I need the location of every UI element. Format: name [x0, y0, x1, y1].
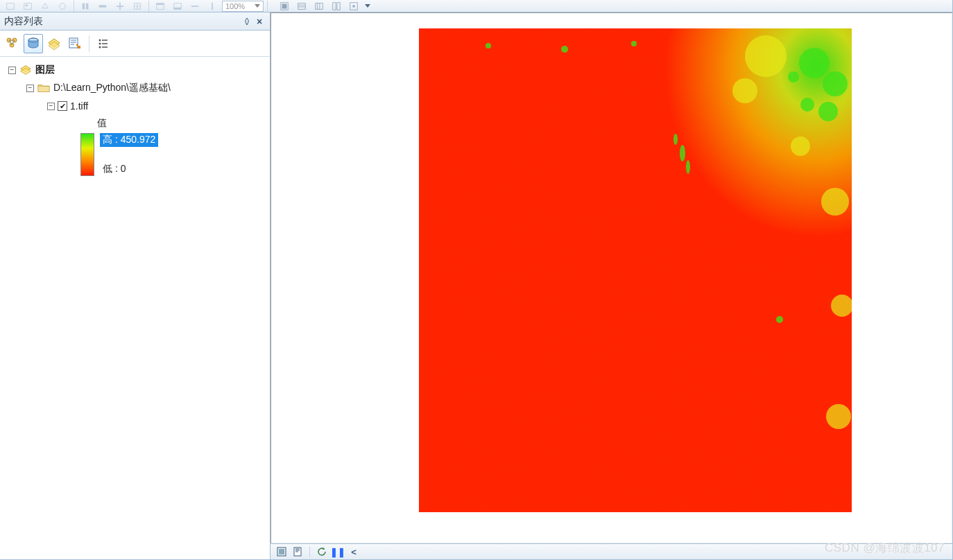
toolbar-btn[interactable] [311, 1, 327, 12]
svg-rect-25 [69, 38, 78, 48]
layout-view-icon[interactable] [291, 545, 304, 558]
toolbar-btn[interactable] [3, 1, 18, 12]
svg-rect-13 [282, 3, 287, 8]
svg-point-48 [821, 188, 849, 216]
list-by-drawing-order-icon[interactable] [3, 34, 22, 53]
svg-point-34 [823, 71, 848, 96]
layers-icon [19, 63, 33, 77]
svg-rect-17 [337, 2, 340, 10]
svg-rect-16 [333, 2, 336, 10]
toolbar-btn[interactable] [112, 1, 128, 12]
refresh-icon[interactable] [315, 545, 329, 558]
collapse-icon[interactable] [8, 67, 16, 74]
toolbar-btn[interactable] [205, 1, 220, 12]
svg-point-44 [631, 41, 637, 46]
tree-folder-label: D:\Learn_Python\遥感基础\ [53, 82, 171, 94]
tree-folder-row[interactable]: D:\Learn_Python\遥感基础\ [3, 79, 267, 97]
toc-panel: 内容列表 × [0, 12, 271, 559]
svg-point-40 [673, 134, 678, 145]
toolbar-btn[interactable] [20, 1, 35, 12]
collapse-icon[interactable] [47, 103, 55, 110]
value-heading: 值 [97, 117, 107, 130]
toolbar-separator [267, 1, 268, 12]
svg-rect-32 [419, 28, 852, 512]
svg-point-50 [826, 404, 851, 429]
raster-display [419, 28, 852, 512]
svg-rect-2 [26, 4, 28, 6]
zoom-value: 100% [225, 2, 245, 10]
map-panel: ❚❚ < [271, 12, 952, 559]
svg-rect-52 [279, 549, 284, 554]
data-view-icon[interactable] [275, 545, 289, 558]
bottom-toolbar: ❚❚ < [271, 543, 952, 559]
high-value-label[interactable]: 高 : 450.972 [100, 133, 158, 147]
svg-point-36 [800, 98, 814, 112]
chevron-down-icon [255, 4, 260, 8]
back-icon[interactable]: < [347, 545, 361, 558]
svg-rect-9 [157, 3, 164, 5]
svg-point-47 [791, 137, 810, 156]
svg-rect-11 [174, 7, 182, 9]
svg-point-27 [99, 42, 101, 44]
toolbar-btn[interactable] [37, 1, 53, 12]
top-toolbar: 100% [0, 0, 952, 12]
layer-visibility-checkbox[interactable] [58, 101, 67, 111]
toc-header: 内容列表 × [0, 12, 270, 30]
svg-point-39 [686, 160, 690, 174]
tree-layer-row[interactable]: 1.tiff [3, 97, 267, 115]
tree-root-row[interactable]: 图层 [3, 61, 267, 79]
map-view[interactable] [271, 12, 952, 543]
toolbar-btn[interactable] [329, 1, 344, 12]
toolbar-btn[interactable] [346, 1, 361, 12]
svg-point-42 [561, 46, 568, 53]
color-ramp-legend: 高 : 450.972 低 : 0 [3, 133, 267, 176]
chevron-down-icon[interactable] [365, 4, 370, 8]
toolbar-btn[interactable] [153, 1, 168, 12]
toolbar-btn[interactable] [294, 1, 309, 12]
zoom-combo[interactable]: 100% [222, 1, 264, 12]
toc-options-icon[interactable] [94, 34, 113, 53]
toc-toolbar [0, 30, 270, 57]
svg-rect-6 [99, 5, 107, 8]
svg-point-37 [788, 71, 799, 82]
toolbar-btn[interactable] [130, 1, 145, 12]
folder-icon [37, 82, 51, 94]
list-by-selection-icon[interactable] [65, 34, 85, 53]
toc-title: 内容列表 [4, 15, 241, 28]
toolbar-separator [309, 546, 310, 557]
toolbar-btn[interactable] [277, 1, 292, 12]
color-ramp-icon [80, 133, 94, 176]
svg-rect-14 [298, 3, 306, 9]
svg-point-33 [799, 48, 830, 78]
toc-tree: 图层 D:\Learn_Python\遥感基础\ 1.tiff [0, 57, 270, 559]
toolbar-btn[interactable] [170, 1, 185, 12]
low-value-label: 低 : 0 [100, 162, 158, 176]
toolbar-btn[interactable] [187, 1, 203, 12]
svg-point-3 [60, 3, 66, 9]
svg-rect-5 [86, 3, 89, 9]
svg-rect-4 [83, 3, 85, 9]
pin-icon[interactable] [241, 15, 253, 28]
toolbar-btn[interactable] [78, 1, 93, 12]
pause-icon[interactable]: ❚❚ [331, 545, 345, 558]
svg-point-43 [486, 43, 491, 49]
collapse-icon[interactable] [26, 85, 34, 92]
list-by-visibility-icon[interactable] [44, 34, 64, 53]
tree-layer-label: 1.tiff [70, 100, 88, 112]
toolbar-separator [74, 1, 74, 12]
toc-toolbar-separator [89, 35, 89, 52]
toolbar-btn[interactable] [95, 1, 110, 12]
svg-point-35 [818, 102, 838, 121]
svg-point-46 [732, 78, 757, 103]
svg-point-19 [352, 5, 355, 8]
svg-rect-0 [7, 3, 15, 9]
svg-point-38 [680, 145, 685, 161]
toolbar-btn[interactable] [55, 1, 70, 12]
svg-rect-15 [316, 3, 323, 9]
list-by-source-icon[interactable] [24, 34, 43, 53]
svg-point-41 [776, 316, 783, 323]
svg-point-26 [99, 39, 101, 41]
svg-point-45 [745, 35, 787, 77]
close-icon[interactable]: × [253, 15, 266, 28]
toolbar-separator [148, 1, 149, 12]
